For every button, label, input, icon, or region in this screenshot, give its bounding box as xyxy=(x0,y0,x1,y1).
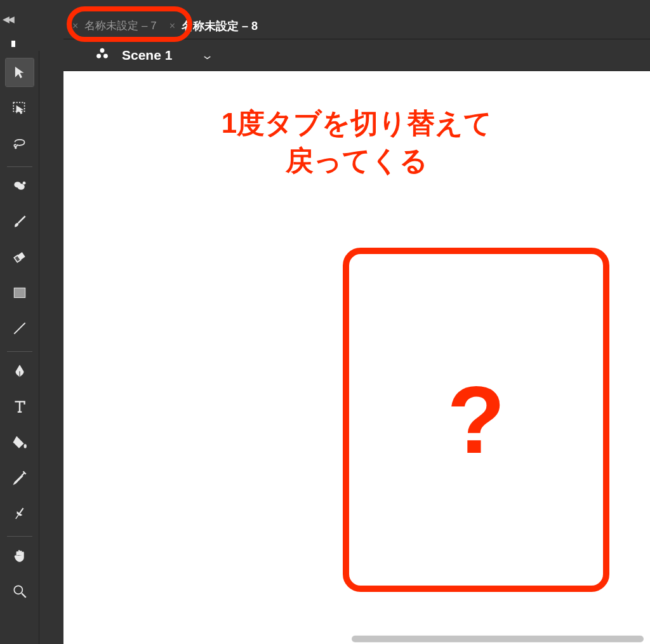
panel-gutter xyxy=(39,39,63,644)
document-tabs: × 名称未設定 – 7 × 名称未設定 – 8 xyxy=(63,13,650,39)
pen-tool[interactable] xyxy=(6,357,34,385)
paint-bucket-tool[interactable] xyxy=(6,428,34,456)
panel-handle-icon xyxy=(11,41,15,47)
tab-label: 名称未設定 – 7 xyxy=(84,18,156,33)
hand-tool[interactable] xyxy=(6,542,34,570)
tool-separator xyxy=(7,166,32,167)
tool-separator xyxy=(7,351,32,352)
edit-bar: Scene 1 ⌄ xyxy=(63,39,650,71)
scene-label[interactable]: Scene 1 xyxy=(122,48,172,63)
text-tool[interactable] xyxy=(6,392,34,420)
document-tab-2[interactable]: × 名称未設定 – 8 xyxy=(161,13,262,39)
tool-separator xyxy=(7,536,32,537)
free-transform-tool[interactable] xyxy=(6,94,34,122)
scene-icon xyxy=(94,46,110,65)
scrollbar-thumb[interactable] xyxy=(352,636,644,642)
brush-blob-tool[interactable] xyxy=(6,172,34,200)
annotation-line-1: 1度タブを切り替えて xyxy=(63,104,650,142)
rectangle-tool[interactable] xyxy=(6,279,34,307)
close-icon[interactable]: × xyxy=(167,20,178,32)
annotation-question-mark: ? xyxy=(447,365,505,475)
lasso-tool[interactable] xyxy=(6,130,34,158)
selection-tool[interactable] xyxy=(6,58,34,86)
chevron-down-icon[interactable]: ⌄ xyxy=(201,48,214,62)
svg-point-13 xyxy=(14,586,22,594)
collapse-panels-icon[interactable]: ◀◀ xyxy=(3,14,13,24)
document-tab-1[interactable]: × 名称未設定 – 7 xyxy=(63,13,161,39)
svg-point-2 xyxy=(103,53,108,58)
svg-point-6 xyxy=(17,184,24,190)
annotation-card: ? xyxy=(343,248,609,592)
line-tool[interactable] xyxy=(6,314,34,342)
annotation-line-2: 戻ってくる xyxy=(63,142,650,179)
svg-rect-10 xyxy=(14,288,25,297)
eraser-tool[interactable] xyxy=(6,243,34,271)
svg-point-7 xyxy=(22,182,25,185)
close-icon[interactable]: × xyxy=(70,20,81,32)
pin-tool[interactable] xyxy=(6,499,34,527)
svg-point-12 xyxy=(23,444,26,448)
annotation-text: 1度タブを切り替えて 戻ってくる xyxy=(63,104,650,180)
zoom-tool[interactable] xyxy=(6,577,34,605)
brush-tool[interactable] xyxy=(6,208,34,236)
eyedropper-tool[interactable] xyxy=(6,464,34,492)
svg-point-4 xyxy=(14,147,16,149)
tools-panel xyxy=(0,51,39,644)
tab-label: 名称未設定 – 8 xyxy=(182,18,258,34)
svg-point-1 xyxy=(96,53,101,58)
horizontal-scrollbar[interactable] xyxy=(352,635,644,643)
